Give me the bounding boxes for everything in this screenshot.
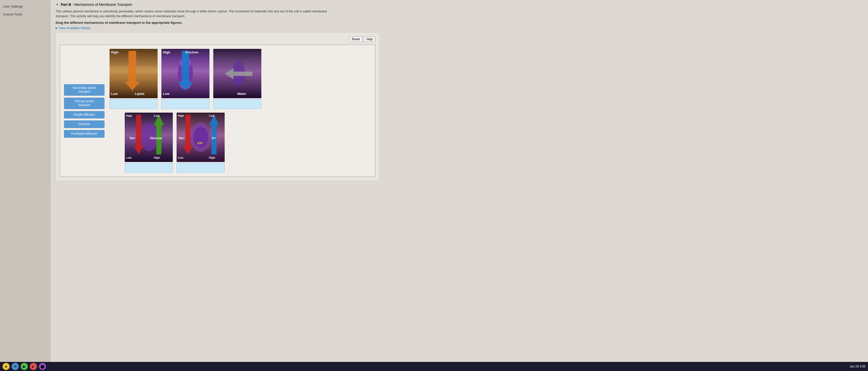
na-k-membrane-figure: ATP High Low Low High Na+ K+	[177, 113, 225, 162]
na-glucose-drop-zone[interactable]	[125, 163, 173, 173]
taskbar-arrow-icon[interactable]: ▶	[21, 363, 28, 370]
activity-box: Reset Help Secondary activetransport Pri…	[56, 32, 379, 181]
drag-secondary-active[interactable]: Secondary activetransport	[64, 84, 104, 96]
taskbar-chrome-icon[interactable]: ●	[3, 363, 10, 370]
figures-column: High Low Lipids	[110, 49, 371, 173]
svg-text:Fructose: Fructose	[185, 51, 198, 54]
activity-inner: Secondary activetransport Primary active…	[60, 44, 375, 177]
drag-osmosis[interactable]: Osmosis	[64, 120, 104, 128]
drag-primary-active[interactable]: Primary activetransport	[64, 98, 104, 109]
water-svg: Water	[213, 49, 261, 98]
reset-button[interactable]: Reset	[349, 36, 363, 42]
svg-text:Lipids: Lipids	[135, 92, 145, 96]
svg-text:High: High	[163, 50, 170, 54]
svg-text:High: High	[209, 156, 215, 159]
draggables-column: Secondary activetransport Primary active…	[64, 49, 104, 173]
taskbar-circle-icon[interactable]: ⬤	[39, 363, 46, 370]
svg-text:Na+: Na+	[179, 136, 185, 140]
taskbar: ● ✉ ▶ ⏵ ⬤ Jan 29 3:50	[0, 362, 868, 371]
fructose-svg: High Fructose Low	[161, 49, 210, 98]
water-drop-zone[interactable]	[213, 99, 261, 109]
svg-text:Low: Low	[209, 114, 215, 117]
drag-facilitated-diffusion[interactable]: Facilitated diffusion	[64, 130, 104, 138]
taskbar-time: Jan 29 3:50	[849, 365, 865, 368]
water-figure-container: Water	[213, 49, 261, 109]
help-button[interactable]: Help	[364, 36, 375, 42]
svg-text:ATP: ATP	[197, 142, 203, 145]
collapse-arrow-icon[interactable]: ▼	[56, 3, 59, 6]
description-text: The cellular plasma membrane is selectiv…	[56, 9, 334, 19]
main-content: ▼ Part B - Mechanisms of Membrane Transp…	[51, 0, 868, 371]
drag-instruction: Drag the different mechanisms of membran…	[56, 21, 863, 25]
top-figures-row: High Low Lipids	[110, 49, 371, 109]
sidebar-item-course-tools[interactable]: Course Tools	[0, 10, 50, 18]
svg-text:Na+: Na+	[130, 136, 135, 140]
lipids-drop-zone[interactable]	[110, 99, 158, 109]
taskbar-play-icon[interactable]: ⏵	[30, 363, 37, 370]
na-k-figure-container: ATP High Low Low High Na+ K+	[177, 113, 225, 173]
part-title: Part B - Mechanisms of Membrane Transpor…	[61, 3, 132, 7]
svg-text:High: High	[111, 50, 118, 54]
svg-text:Low: Low	[111, 92, 118, 96]
water-membrane-figure: Water	[213, 49, 261, 98]
sidebar: User Settings Course Tools	[0, 0, 51, 371]
bottom-figures-row: High Low Low High Na+ Glucose	[125, 113, 371, 173]
sidebar-item-user-settings[interactable]: User Settings	[0, 3, 50, 10]
lipids-svg: High Low Lipids	[110, 49, 158, 98]
fructose-membrane-figure: High Fructose Low	[161, 49, 210, 98]
part-header: ▼ Part B - Mechanisms of Membrane Transp…	[56, 3, 863, 7]
na-k-svg: ATP High Low Low High Na+ K+	[177, 113, 225, 162]
svg-text:High: High	[178, 114, 184, 117]
svg-text:High: High	[154, 156, 160, 159]
na-glucose-svg: High Low Low High Na+ Glucose	[125, 113, 173, 162]
lipids-figure-container: High Low Lipids	[110, 49, 158, 109]
fructose-figure-container: High Fructose Low	[161, 49, 210, 109]
svg-text:Low: Low	[163, 92, 170, 96]
lipids-membrane-figure: High Low Lipids	[110, 49, 158, 98]
svg-text:Glucose: Glucose	[150, 136, 162, 140]
svg-text:K+: K+	[212, 136, 216, 140]
svg-text:Low: Low	[178, 156, 183, 159]
hint-link[interactable]: View Available Hint(s)	[56, 26, 863, 30]
na-glucose-figure-container: High Low Low High Na+ Glucose	[125, 113, 173, 173]
svg-text:Low: Low	[154, 114, 159, 117]
taskbar-mail-icon[interactable]: ✉	[12, 363, 19, 370]
svg-text:High: High	[126, 114, 132, 117]
na-glucose-membrane-figure: High Low Low High Na+ Glucose	[125, 113, 173, 162]
svg-text:Water: Water	[237, 92, 246, 96]
fructose-drop-zone[interactable]	[161, 99, 210, 109]
reset-help-row: Reset Help	[60, 36, 375, 42]
svg-text:Low: Low	[126, 156, 131, 159]
drag-simple-diffusion[interactable]: Simple diffusion	[64, 111, 104, 119]
na-k-drop-zone[interactable]	[177, 163, 225, 173]
